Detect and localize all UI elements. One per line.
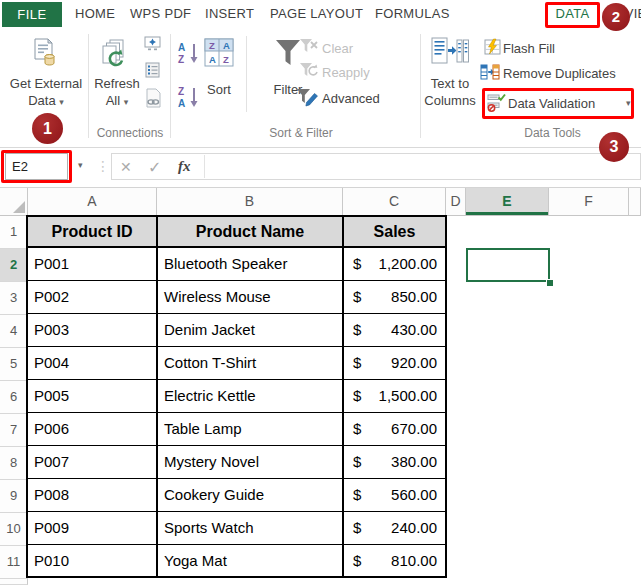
- formula-input[interactable]: [208, 156, 638, 177]
- row-header-11[interactable]: 11: [0, 546, 28, 579]
- tab-file[interactable]: FILE: [2, 2, 62, 27]
- name-box-dropdown-arrow-icon[interactable]: ▾: [78, 160, 83, 170]
- cell-product-id[interactable]: P002: [27, 280, 157, 313]
- cell-product-name[interactable]: Cookery Guide: [157, 478, 343, 511]
- cell-product-name[interactable]: Electric Kettle: [157, 379, 343, 412]
- header-sales[interactable]: Sales: [343, 216, 446, 247]
- row-header-9[interactable]: 9: [0, 480, 28, 513]
- formula-bar-resize-handle[interactable]: ⋮: [96, 158, 110, 174]
- cell-product-name[interactable]: Denim Jacket: [157, 313, 343, 346]
- cell-sales[interactable]: $1,500.00: [343, 379, 446, 412]
- cell-sales[interactable]: $810.00: [343, 544, 446, 577]
- row-header-partial[interactable]: [0, 579, 28, 585]
- table-header-row: Product ID Product Name Sales: [27, 216, 446, 247]
- cell-product-name[interactable]: Cotton T-Shirt: [157, 346, 343, 379]
- tab-home[interactable]: HOME: [75, 0, 115, 28]
- table-row: P001 Bluetooth Speaker $1,200.00: [27, 247, 446, 280]
- cell-product-id[interactable]: P004: [27, 346, 157, 379]
- row-header-5[interactable]: 5: [0, 348, 28, 381]
- tab-page-layout[interactable]: PAGE LAYOUT: [270, 0, 363, 28]
- advanced-filter-button[interactable]: [296, 88, 319, 108]
- currency-symbol: $: [353, 288, 361, 305]
- row-header-8[interactable]: 8: [0, 447, 28, 480]
- connection-list-button[interactable]: [145, 62, 160, 82]
- cell-sales[interactable]: $560.00: [343, 478, 446, 511]
- cell-product-name[interactable]: Mystery Novel: [157, 445, 343, 478]
- row-header-7[interactable]: 7: [0, 414, 28, 447]
- flash-fill-button[interactable]: [484, 38, 502, 58]
- currency-symbol: $: [353, 354, 361, 371]
- row-header-3[interactable]: 3: [0, 282, 28, 315]
- row-header-2-selected[interactable]: 2: [0, 249, 28, 282]
- cell-product-id[interactable]: P009: [27, 511, 157, 544]
- table-row: P003 Denim Jacket $430.00: [27, 313, 446, 346]
- tab-formulas[interactable]: FORMULAS: [375, 0, 450, 28]
- clear-filter-button[interactable]: [299, 38, 319, 58]
- insert-function-icon[interactable]: fx: [178, 158, 191, 175]
- cancel-icon[interactable]: ✕: [120, 159, 132, 175]
- column-header-b[interactable]: B: [157, 188, 343, 216]
- column-header-d[interactable]: D: [446, 188, 466, 216]
- sort-filter-group-label: Sort & Filter: [231, 126, 371, 140]
- cell-product-name[interactable]: Bluetooth Speaker: [157, 247, 343, 280]
- row-header-1[interactable]: 1: [0, 216, 28, 249]
- enter-icon[interactable]: ✓: [148, 158, 161, 177]
- header-product-name[interactable]: Product Name: [157, 216, 343, 247]
- cell-product-id[interactable]: P005: [27, 379, 157, 412]
- tab-wps-pdf[interactable]: WPS PDF: [130, 0, 191, 28]
- fill-handle[interactable]: [546, 279, 553, 286]
- column-header-e-selected[interactable]: E: [466, 188, 549, 216]
- cell-product-id[interactable]: P010: [27, 544, 157, 577]
- header-product-id[interactable]: Product ID: [27, 216, 157, 247]
- tab-insert[interactable]: INSERT: [205, 0, 254, 28]
- svg-text:A: A: [209, 54, 216, 65]
- cell-sales[interactable]: $670.00: [343, 412, 446, 445]
- column-header-partial[interactable]: [629, 188, 641, 216]
- text-to-columns-button[interactable]: Text to Columns: [421, 30, 479, 142]
- cell-sales[interactable]: $920.00: [343, 346, 446, 379]
- cell-sales[interactable]: $1,200.00: [343, 247, 446, 280]
- cell-product-name[interactable]: Yoga Mat: [157, 544, 343, 577]
- cell-product-id[interactable]: P003: [27, 313, 157, 346]
- reapply-filter-button[interactable]: [299, 62, 319, 82]
- cell-sales[interactable]: $850.00: [343, 280, 446, 313]
- text-to-columns-label-line1: Text to: [421, 76, 479, 91]
- column-header-f[interactable]: F: [549, 188, 629, 216]
- cell-product-name[interactable]: Wireless Mouse: [157, 280, 343, 313]
- amount: 240.00: [391, 519, 437, 536]
- amount: 850.00: [391, 288, 437, 305]
- cell-product-name[interactable]: Sports Watch: [157, 511, 343, 544]
- data-validation-button[interactable]: [487, 93, 506, 113]
- table-row: P006 Table Lamp $670.00: [27, 412, 446, 445]
- reapply-filter-icon: [299, 65, 319, 82]
- refresh-all-icon: [101, 39, 131, 77]
- amount: 670.00: [391, 420, 437, 437]
- select-all-corner[interactable]: [0, 188, 28, 216]
- cell-product-id[interactable]: P008: [27, 478, 157, 511]
- cell-product-id[interactable]: P007: [27, 445, 157, 478]
- data-validation-dropdown-arrow-icon[interactable]: ▾: [626, 98, 631, 108]
- remove-duplicates-button[interactable]: [480, 63, 500, 83]
- filter-icon: [275, 38, 301, 72]
- row-header-6[interactable]: 6: [0, 381, 28, 414]
- amount: 1,500.00: [379, 387, 437, 404]
- cell-product-name[interactable]: Table Lamp: [157, 412, 343, 445]
- edit-links-button[interactable]: [145, 88, 161, 112]
- row-header-4[interactable]: 4: [0, 315, 28, 348]
- advanced-filter-icon: [296, 93, 319, 110]
- name-box[interactable]: E2: [5, 153, 68, 180]
- selected-cell-e2[interactable]: [466, 248, 550, 282]
- column-header-a[interactable]: A: [28, 188, 157, 216]
- get-external-data-label-line2: Data ▾: [5, 93, 87, 108]
- row-header-10[interactable]: 10: [0, 513, 28, 546]
- get-external-data-label-line1: Get External: [5, 76, 87, 91]
- tab-data[interactable]: DATA: [545, 0, 600, 28]
- cell-product-id[interactable]: P006: [27, 412, 157, 445]
- cell-sales[interactable]: $240.00: [343, 511, 446, 544]
- column-header-c[interactable]: C: [343, 188, 446, 216]
- cell-sales[interactable]: $380.00: [343, 445, 446, 478]
- cell-sales[interactable]: $430.00: [343, 313, 446, 346]
- connection-properties-button[interactable]: [144, 36, 161, 55]
- product-table: Product ID Product Name Sales P001 Bluet…: [26, 215, 447, 578]
- cell-product-id[interactable]: P001: [27, 247, 157, 280]
